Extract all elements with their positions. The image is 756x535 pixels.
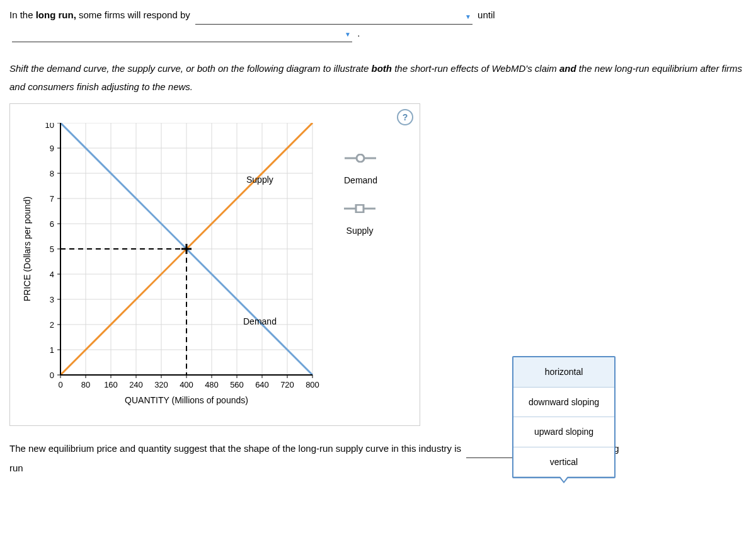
supply-handle-icon xyxy=(344,202,375,219)
option-vertical[interactable]: vertical xyxy=(513,447,614,478)
bottom-sentence-run: run xyxy=(9,459,747,478)
svg-text:320: 320 xyxy=(154,380,168,389)
x-axis-label: QUANTITY (Millions of pounds) xyxy=(125,395,248,405)
svg-point-71 xyxy=(357,154,364,162)
svg-text:7: 7 xyxy=(50,194,54,204)
svg-text:9: 9 xyxy=(50,144,54,153)
help-icon[interactable]: ? xyxy=(397,109,413,125)
svg-text:1: 1 xyxy=(50,345,54,355)
supply-demand-chart[interactable]: 0 1 2 3 4 5 6 7 8 9 10 0 80 160 240 320 … xyxy=(16,123,331,432)
demand-handle-icon xyxy=(344,151,377,168)
shape-dropdown-open[interactable]: horizontal downward sloping upward slopi… xyxy=(512,356,616,478)
svg-text:6: 6 xyxy=(50,219,54,229)
svg-text:800: 800 xyxy=(306,380,319,389)
svg-text:10: 10 xyxy=(45,123,54,130)
svg-text:3: 3 xyxy=(50,295,54,304)
svg-rect-73 xyxy=(356,205,364,212)
svg-text:0: 0 xyxy=(58,380,62,389)
svg-text:2: 2 xyxy=(50,320,54,330)
y-axis-label: PRICE (Dollars per pound) xyxy=(22,197,32,302)
svg-text:480: 480 xyxy=(205,380,219,389)
dropdown-until-condition[interactable] xyxy=(12,28,352,42)
legend-demand[interactable]: Demand xyxy=(344,151,377,188)
svg-text:560: 560 xyxy=(230,380,244,389)
svg-text:640: 640 xyxy=(255,380,269,389)
svg-text:240: 240 xyxy=(129,380,143,389)
option-upward-sloping[interactable]: upward sloping xyxy=(513,417,614,447)
sentence-long-run: In the long run, some firms will respond… xyxy=(9,6,747,42)
svg-text:160: 160 xyxy=(104,380,118,389)
supply-line-label: Supply xyxy=(246,175,273,185)
legend-supply[interactable]: Supply xyxy=(344,202,375,239)
svg-text:80: 80 xyxy=(81,380,90,389)
bottom-sentence: The new equilibrium price and quantity s… xyxy=(9,440,747,458)
demand-line-label: Demand xyxy=(243,316,277,326)
option-horizontal[interactable]: horizontal xyxy=(513,357,614,388)
svg-text:0: 0 xyxy=(50,371,54,380)
svg-text:5: 5 xyxy=(50,244,54,254)
svg-text:8: 8 xyxy=(50,169,54,178)
svg-text:400: 400 xyxy=(180,380,193,389)
chart-container: ? xyxy=(9,103,420,426)
option-downward-sloping[interactable]: downward sloping xyxy=(513,388,614,418)
dropdown-firms-respond[interactable] xyxy=(195,10,472,25)
instruction-text: Shift the demand curve, the supply curve… xyxy=(9,60,747,96)
dropdown-pointer-icon xyxy=(559,477,569,483)
svg-text:4: 4 xyxy=(50,270,54,279)
svg-text:720: 720 xyxy=(280,380,294,389)
